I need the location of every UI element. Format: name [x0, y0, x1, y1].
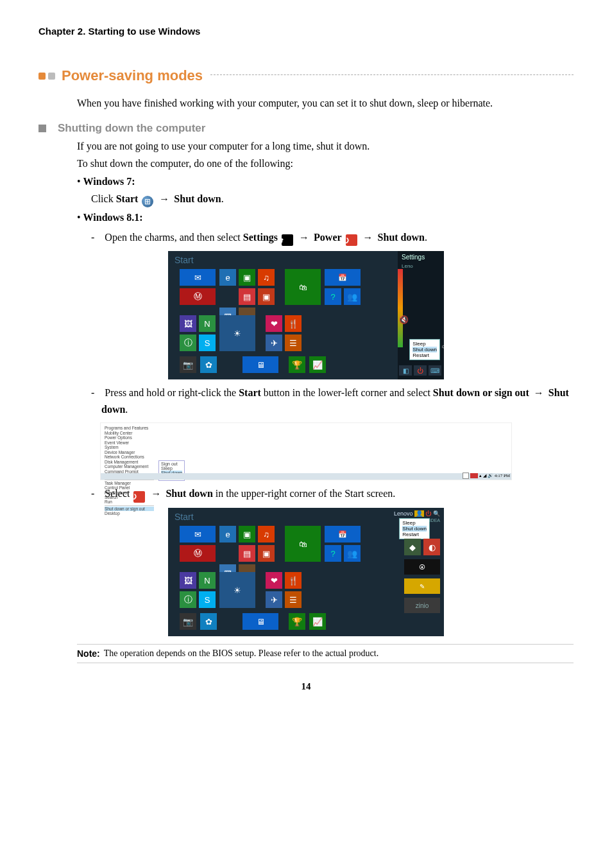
brightness-icon: ☼	[441, 343, 444, 349]
figure-start-power-topright: Start Lenovo 👤 ⏻ 🔍 LENOVO-IDEA Sleep Shu…	[168, 508, 444, 636]
charm-accent-icon	[398, 269, 403, 347]
subsection-title: Shutting down the computer	[58, 122, 205, 135]
system-tray: ▴ ◢ 🔊 4:17 PM	[463, 473, 510, 479]
keyboard-icon: ⌨	[429, 365, 441, 376]
settings-charm-title: Settings	[398, 251, 444, 263]
taskbar	[101, 473, 511, 480]
fig3-start-label: Start	[174, 512, 194, 522]
reading-tile-icon: ☰	[285, 591, 302, 608]
desktop-tile-icon: 🖥	[242, 613, 278, 630]
tray-chevron-icon: ▴	[479, 473, 482, 478]
finance-tile-icon: 📈	[309, 613, 326, 630]
notifications-icon: ◧	[399, 365, 412, 376]
games-tile-icon: 🏆	[289, 613, 305, 630]
news-tile-icon: ▤	[239, 288, 255, 305]
figure-start-settings-charm: Start ✉ Ⓜ e ▣ ♫ ▤ ▣ ▧ ☁	[168, 251, 444, 379]
store-tile-icon: 🛍	[285, 526, 321, 562]
weather-tile-icon: ☀	[219, 572, 255, 608]
onenote-tile-icon: N	[199, 315, 216, 332]
figure-winx-menu: Programs and Features Mobility Center Po…	[100, 422, 512, 480]
calendar-tile-icon: 📅	[325, 269, 361, 286]
health-tile-icon: ❤	[266, 572, 282, 589]
travel-tile-icon: ✈	[266, 334, 282, 351]
win81-rightclick-instruction: Press and hold or right-click the Start …	[91, 385, 574, 417]
reading-tile-icon: ☰	[285, 334, 302, 351]
finance-tile-icon: 📈	[309, 356, 326, 373]
people-tile-icon: 👥	[344, 545, 361, 562]
video-tile-icon: ▣	[258, 288, 275, 305]
start-orb-icon: ⊞	[142, 196, 153, 207]
win7-instruction: Click Start ⊞ → Shut down.	[91, 191, 574, 208]
mcafee-tile-icon: Ⓜ	[180, 288, 216, 305]
mail-tile-icon: ✉	[180, 269, 216, 286]
control-tile-icon: ✿	[200, 356, 217, 373]
volume-icon: 🔇	[399, 315, 409, 324]
app2-tile-icon: ◆	[404, 539, 421, 555]
news-tile-icon: ▤	[239, 545, 255, 562]
tray-volume-icon: 🔊	[488, 473, 493, 478]
power-icon: ⏻	[346, 234, 357, 246]
tray-network-icon: ◢	[483, 473, 486, 478]
intro-paragraph: When you have finished working with your…	[77, 96, 574, 110]
skype-tile-icon: S	[199, 334, 216, 351]
powerdvd-tile-icon: ⦿	[404, 559, 440, 575]
app-tile-icon: ⓘ	[180, 334, 196, 351]
mail-tile-icon: ✉	[180, 526, 216, 542]
music-tile-icon: ♫	[258, 269, 275, 286]
xbox-tile-icon: ▣	[239, 526, 255, 542]
fig1-brand-label: Leno	[398, 263, 444, 269]
food-tile-icon: 🍴	[285, 572, 302, 589]
help-tile-icon: ?	[325, 288, 341, 305]
win81-upperright-instruction: Select ⏻ → Shut down in the upper-right …	[91, 485, 574, 503]
weather-tile-icon: ☀	[219, 315, 255, 351]
subsection-bullet-icon	[38, 125, 46, 132]
power-menu-popup: Sleep Shut down Restart ☼	[409, 339, 440, 360]
page-number: 14	[38, 681, 574, 692]
desktop-tile-icon: 🖥	[242, 356, 278, 373]
chapter-heading: Chapter 2. Starting to use Windows	[38, 26, 574, 37]
camera-tile-icon: 📷	[180, 356, 196, 373]
health-tile-icon: ❤	[266, 315, 282, 332]
note-text: The operation depends on the BIOS setup.…	[104, 648, 378, 659]
fig1-start-label: Start	[174, 255, 194, 265]
subsection-row: Shutting down the computer	[38, 122, 574, 135]
people-tile-icon: 👥	[344, 288, 361, 305]
control-tile-icon: ✿	[200, 613, 217, 630]
store-tile-icon: 🛍	[285, 269, 321, 305]
tray-red-icon	[470, 473, 478, 478]
app-tile-icon: ⓘ	[180, 591, 196, 608]
onenote-tile-icon: N	[199, 572, 216, 589]
calendar-tile-icon: 📅	[325, 526, 361, 542]
section-title: Power-saving modes	[62, 67, 203, 84]
settings-gear-icon: ✿	[282, 234, 293, 246]
zinio-tile: zinio	[404, 598, 440, 613]
food-tile-icon: 🍴	[285, 315, 302, 332]
ie-tile-icon: e	[219, 269, 236, 286]
ie-tile-icon: e	[219, 526, 236, 542]
arrow-icon: →	[363, 232, 373, 243]
settings-charm-panel: Settings Leno 🔇 Sleep Shut down Restart …	[398, 251, 444, 379]
sub-paragraph-1: If you are not going to use your compute…	[77, 139, 574, 153]
mcafee-tile-icon: Ⓜ	[180, 545, 216, 562]
skype-tile-icon: S	[199, 591, 216, 608]
app3-tile-icon: ◐	[423, 539, 440, 555]
arrow-icon: →	[159, 193, 169, 204]
section-title-row: Power-saving modes	[38, 67, 574, 84]
paint-tile-icon: 🖼	[180, 315, 196, 332]
tray-time: 4:17 PM	[495, 473, 510, 478]
video-tile-icon: ▣	[258, 545, 275, 562]
dash-rule-icon	[210, 74, 574, 75]
charm-power-icon: ⏻	[414, 365, 427, 376]
help-tile-icon: ?	[325, 545, 341, 562]
note-label: Note:	[77, 648, 100, 659]
arrow-icon: →	[299, 232, 309, 243]
app4-tile-icon: ✎	[404, 578, 440, 594]
games-tile-icon: 🏆	[289, 356, 305, 373]
bullet-win7: Windows 7:	[77, 174, 574, 189]
note-row: Note: The operation depends on the BIOS …	[77, 644, 574, 663]
win81-charms-instruction: Open the charms, and then select Setting…	[91, 229, 574, 247]
orange-square-icon	[38, 73, 46, 80]
fig3-power-popup: Sleep Shut down Restart	[399, 518, 430, 539]
flag-icon	[463, 473, 469, 479]
xbox-tile-icon: ▣	[239, 269, 255, 286]
